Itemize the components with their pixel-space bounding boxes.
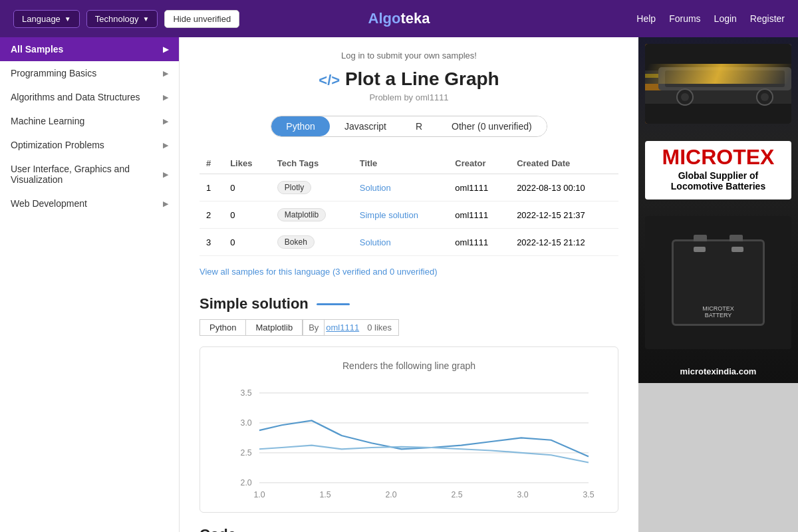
- row-creator: oml1111: [448, 174, 510, 201]
- technology-dropdown[interactable]: Technology ▼: [86, 10, 158, 28]
- table-row: 1 0 Plotly Solution oml1111 2022-08-13 0…: [200, 174, 618, 201]
- chevron-icon: ▶: [163, 141, 168, 150]
- problem-by: Problem by oml1111: [200, 92, 618, 102]
- solution-title: Simple solution: [200, 295, 309, 313]
- problem-title: </> Plot a Line Graph: [200, 68, 618, 90]
- svg-point-23: [761, 93, 769, 101]
- sidebar-item-label: Machine Learning: [11, 116, 84, 126]
- sidebar: All Samples▶Programming Basics▶Algorithm…: [0, 37, 180, 532]
- caret-icon: ▼: [65, 15, 71, 23]
- register-link[interactable]: Register: [750, 13, 785, 24]
- sidebar-item-programming-basics[interactable]: Programming Basics▶: [0, 61, 179, 85]
- table-col-likes: Likes: [223, 153, 271, 174]
- forums-link[interactable]: Forums: [669, 13, 700, 24]
- row-tag: Matplotlib: [271, 201, 353, 229]
- svg-text:2.0: 2.0: [241, 478, 252, 487]
- row-likes: 0: [223, 229, 271, 256]
- problem-header: </> Plot a Line Graph Problem by oml1111: [200, 68, 618, 102]
- svg-text:1.5: 1.5: [319, 490, 331, 499]
- ad-product: MICROTEXBATTERY: [645, 216, 791, 349]
- lang-tab-python[interactable]: Python: [271, 116, 330, 136]
- row-likes: 0: [223, 201, 271, 229]
- login-link[interactable]: Login: [714, 13, 737, 24]
- meta-author-link[interactable]: oml1111: [325, 319, 360, 336]
- table-col-creator: Creator: [448, 153, 510, 174]
- sidebar-item-web-development[interactable]: Web Development▶: [0, 192, 179, 215]
- solution-section: Simple solution Python Matplotlib By oml…: [200, 295, 618, 513]
- chart-svg: 3.5 3.0 2.5 2.0 1.0 1.5 2.0 2.5 3.0 3.5: [213, 382, 604, 501]
- ad-tagline: Global Supplier of Locomotive Batteries: [650, 168, 786, 194]
- solution-title-line: [317, 303, 350, 305]
- solution-title-row: Simple solution: [200, 295, 618, 313]
- meta-likes: 0 likes: [360, 319, 399, 336]
- row-date: 2022-12-15 21:12: [510, 229, 618, 256]
- solutions-table: #LikesTech TagsTitleCreatorCreated Date …: [200, 153, 618, 256]
- help-link[interactable]: Help: [636, 13, 656, 24]
- header-left: Language ▼ Technology ▼ Hide unverified: [13, 10, 239, 28]
- battery-shape: MICROTEXBATTERY: [672, 239, 765, 326]
- svg-text:1.0: 1.0: [253, 490, 265, 499]
- svg-text:2.5: 2.5: [241, 448, 252, 458]
- chevron-icon: ▶: [163, 117, 168, 126]
- sidebar-item-algorithms-data-structures[interactable]: Algorithms and Data Structures▶: [0, 85, 179, 109]
- main-layout: All Samples▶Programming Basics▶Algorithm…: [0, 37, 798, 532]
- chevron-icon: ▶: [163, 170, 168, 179]
- row-num: 2: [200, 201, 223, 229]
- svg-text:3.5: 3.5: [583, 490, 594, 499]
- table-header: #LikesTech TagsTitleCreatorCreated Date: [200, 153, 618, 174]
- solution-meta: Python Matplotlib By oml1111 0 likes: [200, 319, 618, 336]
- language-dropdown[interactable]: Language ▼: [13, 10, 80, 28]
- svg-text:3.0: 3.0: [517, 490, 528, 499]
- row-title: Solution: [353, 174, 449, 201]
- chart-title: Renders the following line graph: [213, 360, 604, 371]
- row-num: 3: [200, 229, 223, 256]
- lang-tab-javascript[interactable]: Javascript: [330, 116, 401, 136]
- content-area: Log in to submit your own samples! </> P…: [180, 37, 638, 532]
- table-row: 2 0 Matplotlib Simple solution oml1111 2…: [200, 201, 618, 229]
- lang-tab-other[interactable]: Other (0 unverified): [437, 116, 547, 136]
- chevron-icon: ▶: [163, 200, 168, 208]
- code-section: Code: [200, 526, 618, 532]
- ad-train-image: [645, 44, 791, 124]
- sidebar-item-label: Programming Basics: [11, 68, 96, 78]
- svg-text:2.0: 2.0: [385, 490, 396, 499]
- view-all-link[interactable]: View all samples for this language (3 ve…: [200, 267, 618, 277]
- row-date: 2022-08-13 00:10: [510, 174, 618, 201]
- logo-algo: Algo: [368, 10, 401, 27]
- code-icon: </>: [319, 72, 340, 88]
- table-header-row: #LikesTech TagsTitleCreatorCreated Date: [200, 153, 618, 174]
- chevron-icon: ▶: [163, 45, 168, 54]
- table-col-#: #: [200, 153, 223, 174]
- table-col-tech-tags: Tech Tags: [271, 153, 353, 174]
- sidebar-item-all-samples[interactable]: All Samples▶: [0, 37, 179, 61]
- ad-image: MICROTEX Global Supplier of Locomotive B…: [638, 37, 798, 383]
- svg-rect-19: [665, 70, 785, 87]
- chart-area: 3.5 3.0 2.5 2.0 1.0 1.5 2.0 2.5 3.0 3.5: [213, 382, 604, 501]
- row-creator: oml1111: [448, 229, 510, 256]
- logo-teka: teka: [400, 10, 430, 27]
- row-date: 2022-12-15 21:37: [510, 201, 618, 229]
- header-nav: Help Forums Login Register: [636, 13, 785, 24]
- svg-text:3.0: 3.0: [241, 418, 252, 428]
- row-creator: oml1111: [448, 201, 510, 229]
- language-tabs: PythonJavascriptROther (0 unverified): [271, 116, 547, 137]
- meta-language: Python: [200, 319, 245, 336]
- table-row: 3 0 Bokeh Solution oml1111 2022-12-15 21…: [200, 229, 618, 256]
- sidebar-item-ui-graphics-viz[interactable]: User Interface, Graphics and Visualizati…: [0, 157, 179, 192]
- sidebar-item-label: Algorithms and Data Structures: [11, 92, 140, 102]
- sidebar-item-machine-learning[interactable]: Machine Learning▶: [0, 109, 179, 133]
- chevron-icon: ▶: [163, 93, 168, 102]
- meta-tech: Matplotlib: [245, 319, 303, 336]
- sidebar-item-label: User Interface, Graphics and Visualizati…: [11, 164, 163, 185]
- sidebar-item-label: Optimization Problems: [11, 140, 104, 150]
- sidebar-item-optimization-problems[interactable]: Optimization Problems▶: [0, 133, 179, 157]
- table-col-title: Title: [353, 153, 449, 174]
- ad-panel: MICROTEX Global Supplier of Locomotive B…: [638, 37, 798, 532]
- table-body: 1 0 Plotly Solution oml1111 2022-08-13 0…: [200, 174, 618, 256]
- login-notice: Log in to submit your own samples!: [200, 51, 618, 61]
- ad-brand: MICROTEX: [650, 146, 786, 168]
- hide-unverified-button[interactable]: Hide unverified: [164, 10, 239, 28]
- table-col-created-date: Created Date: [510, 153, 618, 174]
- lang-tab-r[interactable]: R: [401, 116, 437, 136]
- sidebar-item-label: Web Development: [11, 198, 87, 209]
